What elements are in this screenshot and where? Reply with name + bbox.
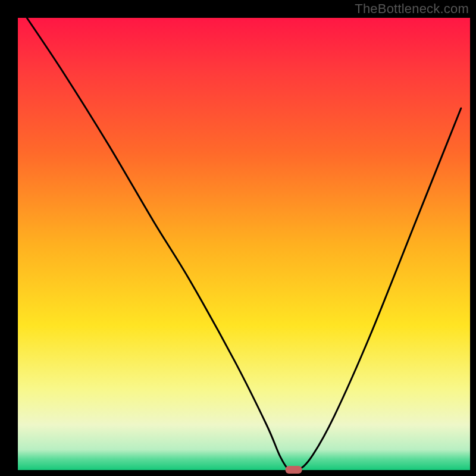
chart-frame: TheBottleneck.com bbox=[0, 0, 476, 476]
optimal-marker bbox=[286, 466, 302, 474]
bottleneck-chart bbox=[0, 0, 476, 476]
watermark-text: TheBottleneck.com bbox=[355, 1, 469, 17]
plot-area bbox=[18, 18, 470, 470]
